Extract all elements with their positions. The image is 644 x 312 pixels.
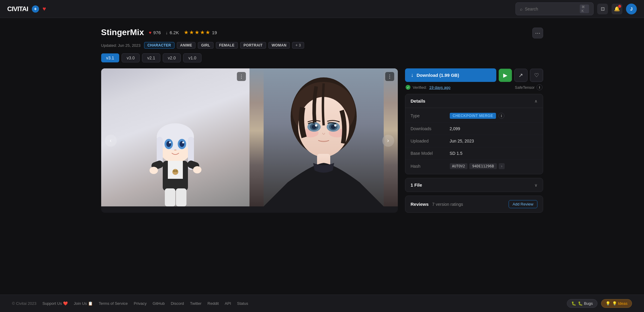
carousel-next-button[interactable]: › (382, 135, 394, 147)
svg-point-9 (182, 142, 184, 143)
svg-point-13 (172, 169, 178, 175)
svg-rect-21 (176, 188, 186, 206)
search-icon: ⌕ (520, 7, 522, 11)
model-title-row: StingerMix ♥ 976 ↓ 6.2K ★ ★ ★ (101, 28, 217, 37)
likes-count: 976 (153, 30, 161, 35)
reviews-header: Reviews 7 version ratings Add Review (405, 196, 543, 212)
screen-button[interactable]: ⊡ (597, 4, 608, 14)
download-button[interactable]: ↓ Download (1.99 GB) (405, 68, 496, 82)
bugs-button[interactable]: 🐛 🐛 Bugs (567, 299, 597, 308)
type-info-symbol: ℹ (501, 114, 502, 118)
details-header[interactable]: Details ∧ (405, 94, 543, 108)
verified-time-link[interactable]: 19 days ago (429, 85, 450, 90)
footer-twitter-link[interactable]: Twitter (190, 301, 201, 306)
nav-right: ⌕ ⌘ K ⊡ 🔔 J (516, 2, 637, 15)
footer-copyright: © Civitai 2023 (12, 301, 36, 306)
left-image-options-button[interactable]: ⋮ (237, 72, 246, 81)
footer-status-link[interactable]: Status (237, 301, 248, 306)
reviews-card: Reviews 7 version ratings Add Review (405, 196, 543, 213)
idea-icon: 💡 (606, 301, 610, 306)
type-info-icon[interactable]: ℹ (498, 113, 504, 119)
tag-girl[interactable]: GIRL (198, 42, 213, 49)
chibi-illustration (142, 116, 208, 206)
download-icon: ↓ (411, 72, 414, 78)
play-icon: ▶ (503, 72, 507, 79)
logo-heart-icon[interactable]: ♥ (43, 5, 46, 12)
sidebar-panel: ↓ Download (1.99 GB) ▶ ↗ ♡ (405, 68, 543, 213)
star-3: ★ (195, 29, 199, 36)
ideas-label: 💡 Ideas (612, 301, 627, 306)
footer-reddit-link[interactable]: Reddit (207, 301, 219, 306)
image-carousel: ⋮ (101, 68, 398, 213)
anime-portrait-image (249, 68, 398, 206)
share-button[interactable]: ↗ (514, 69, 528, 82)
right-image-options-button[interactable]: ⋮ (385, 72, 394, 81)
hash-label: Hash (411, 164, 450, 169)
svg-point-15 (175, 170, 178, 172)
model-title-section: StingerMix ♥ 976 ↓ 6.2K ★ ★ ★ (101, 28, 217, 37)
files-chevron-icon: ∨ (534, 183, 537, 188)
details-title: Details (411, 98, 425, 104)
tag-portrait[interactable]: PORTRAIT (240, 42, 266, 49)
tag-more[interactable]: + 3 (292, 42, 304, 49)
downloads-stat: ↓ 6.2K (166, 30, 179, 35)
user-avatar[interactable]: J (626, 4, 637, 14)
notification-button[interactable]: 🔔 (612, 4, 622, 14)
footer-api-link[interactable]: API (225, 301, 231, 306)
star-5: ★ (205, 29, 210, 36)
version-tab-v10[interactable]: v1.0 (183, 53, 201, 62)
add-review-button[interactable]: Add Review (509, 200, 537, 208)
anime-portrait-illustration (264, 68, 384, 206)
footer-terms-link[interactable]: Terms of Service (99, 301, 128, 306)
hash-badge: AUTOV2 (450, 163, 467, 169)
tag-anime[interactable]: ANIME (177, 42, 195, 49)
footer-join-us-link[interactable]: Join Us 📋 (74, 301, 93, 306)
safetensor-info-icon[interactable]: ℹ (537, 84, 543, 90)
tag-woman[interactable]: WOMAN (268, 42, 290, 49)
detail-row-uploaded: Uploaded Jun 25, 2023 (405, 135, 543, 147)
detail-row-base-model: Base Model SD 1.5 (405, 147, 543, 160)
search-box[interactable]: ⌕ ⌘ K (516, 2, 594, 15)
likes-stat: ♥ 976 (149, 30, 161, 35)
carousel-prev-button[interactable]: ‹ (105, 135, 117, 147)
navbar: CIVITAI + ♥ ⌕ ⌘ K ⊡ 🔔 J (0, 0, 644, 18)
version-tab-v30[interactable]: v3.0 (122, 53, 140, 62)
search-input[interactable] (525, 7, 577, 11)
star-1: ★ (184, 29, 189, 36)
uploaded-value: Jun 25, 2023 (450, 139, 537, 143)
details-card: Details ∧ Type CHECKPOINT MERGE ℹ (405, 94, 543, 174)
detail-row-downloads: Downloads 2,099 (405, 123, 543, 135)
tag-character[interactable]: CHARACTER (144, 42, 174, 49)
footer-privacy-link[interactable]: Privacy (134, 301, 147, 306)
more-options-button[interactable]: ⋯ (532, 28, 543, 38)
details-body: Type CHECKPOINT MERGE ℹ Downloads 2,099 (405, 108, 543, 174)
carousel-images: ⋮ (101, 68, 398, 206)
logo-plus-button[interactable]: + (32, 5, 39, 13)
play-button[interactable]: ▶ (499, 69, 512, 82)
footer: © Civitai 2023 Support Us ❤️ Join Us 📋 T… (0, 295, 644, 312)
downloads-label: Downloads (411, 126, 450, 131)
save-button[interactable]: ♡ (530, 69, 543, 82)
svg-point-34 (315, 124, 317, 127)
tag-female[interactable]: FEMALE (216, 42, 238, 49)
reviews-count: 7 version ratings (432, 202, 463, 207)
version-tab-v31[interactable]: v3.1 (101, 53, 119, 62)
nav-left: CIVITAI + ♥ (7, 5, 46, 13)
hash-value: 94DE11296B (469, 163, 497, 169)
version-tab-v21[interactable]: v2.1 (142, 53, 160, 62)
svg-point-19 (193, 166, 201, 173)
tags-row: Updated: Jun 25, 2023 CHARACTER ANIME GI… (101, 42, 543, 49)
footer-github-link[interactable]: GitHub (153, 301, 165, 306)
detail-row-hash: Hash AUTOV2 94DE11296B › (405, 160, 543, 173)
ideas-button[interactable]: 💡 💡 Ideas (601, 299, 632, 308)
hash-arrow-button[interactable]: › (499, 163, 505, 169)
star-2: ★ (189, 29, 194, 36)
files-header[interactable]: 1 File ∨ (405, 178, 543, 192)
footer-discord-link[interactable]: Discord (171, 301, 184, 306)
screen-icon: ⊡ (601, 6, 605, 12)
stars: ★ ★ ★ ★ ★ (184, 29, 210, 36)
footer-support-us-link[interactable]: Support Us ❤️ (42, 301, 68, 306)
download-label: Download (1.99 GB) (417, 73, 459, 78)
version-tab-v20[interactable]: v2.0 (163, 53, 181, 62)
chibi-image (101, 68, 249, 206)
